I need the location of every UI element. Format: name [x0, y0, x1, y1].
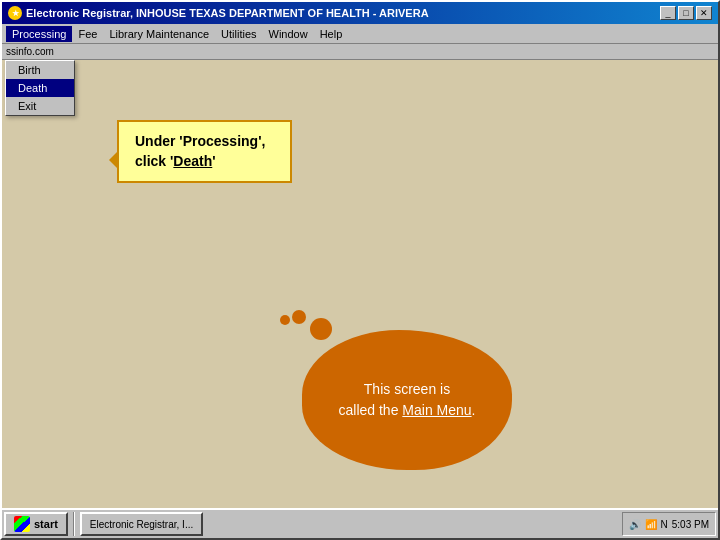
taskbar-divider [73, 512, 75, 536]
start-icon [14, 516, 30, 532]
minimize-button[interactable]: _ [660, 6, 676, 20]
tray-icon-speaker: 🔊 [629, 519, 641, 530]
menu-library-maintenance[interactable]: Library Maintenance [103, 26, 215, 42]
start-button[interactable]: start [4, 512, 68, 536]
thought-bubble: This screen is called the Main Menu. [272, 310, 512, 470]
processing-dropdown: Birth Death Exit [5, 60, 75, 116]
thought-cloud: This screen is called the Main Menu. [302, 330, 512, 470]
dropdown-birth[interactable]: Birth [6, 61, 74, 79]
dropdown-death[interactable]: Death [6, 79, 74, 97]
bubble-circle-small [280, 315, 290, 325]
app-icon: ★ [8, 6, 22, 20]
title-controls: _ □ ✕ [660, 6, 712, 20]
close-button[interactable]: ✕ [696, 6, 712, 20]
menu-processing[interactable]: Processing [6, 26, 72, 42]
start-label: start [34, 518, 58, 530]
system-tray: 🔊 📶 N 5:03 PM [622, 512, 716, 536]
tray-time: 5:03 PM [672, 519, 709, 530]
menu-utilities[interactable]: Utilities [215, 26, 262, 42]
thought-line2: called the [339, 402, 399, 418]
thought-line3: Main Menu [402, 402, 471, 418]
taskbar: start Electronic Registrar, I... 🔊 📶 N 5… [2, 508, 718, 538]
menu-fee[interactable]: Fee [72, 26, 103, 42]
tray-icon-network: 📶 [645, 519, 657, 530]
title-bar-left: ★ Electronic Registrar, INHOUSE TEXAS DE… [8, 6, 429, 20]
callout-box: Under 'Processing', click 'Death' [117, 120, 292, 183]
main-window: ★ Electronic Registrar, INHOUSE TEXAS DE… [0, 0, 720, 540]
thought-cloud-text: This screen is called the Main Menu. [339, 379, 476, 421]
dropdown-exit[interactable]: Exit [6, 97, 74, 115]
address-bar: ssinfo.com [2, 44, 718, 60]
maximize-button[interactable]: □ [678, 6, 694, 20]
window-title: Electronic Registrar, INHOUSE TEXAS DEPA… [26, 7, 429, 19]
bubble-circle-large [310, 318, 332, 340]
taskbar-app-label: Electronic Registrar, I... [90, 519, 193, 530]
tray-icon-n: N [661, 519, 668, 530]
address-text: ssinfo.com [6, 46, 54, 57]
thought-line4: . [472, 402, 476, 418]
callout-text: Under 'Processing', click 'Death' [135, 133, 265, 169]
menu-help[interactable]: Help [314, 26, 349, 42]
menu-bar: Processing Fee Library Maintenance Utili… [2, 24, 718, 44]
title-bar: ★ Electronic Registrar, INHOUSE TEXAS DE… [2, 2, 718, 24]
bubble-circle-medium [292, 310, 306, 324]
thought-line1: This screen is [364, 381, 450, 397]
taskbar-app-button[interactable]: Electronic Registrar, I... [80, 512, 203, 536]
menu-window[interactable]: Window [263, 26, 314, 42]
content-area: Birth Death Exit Under 'Processing', cli… [2, 60, 718, 508]
